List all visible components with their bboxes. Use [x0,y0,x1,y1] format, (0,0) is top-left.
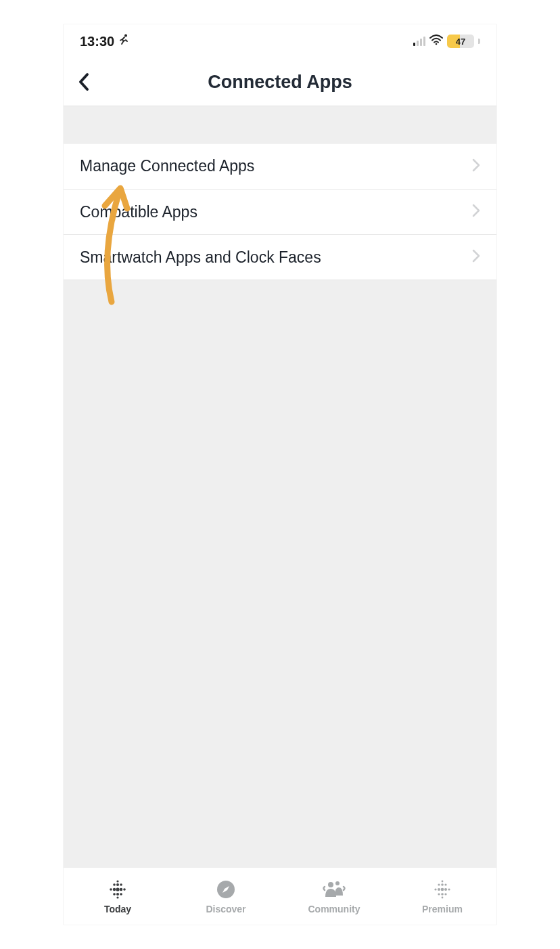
chevron-right-icon [472,204,480,220]
tab-label: Premium [422,904,463,914]
tab-label: Discover [206,904,246,914]
tab-premium[interactable]: Premium [388,868,496,925]
svg-point-25 [444,888,447,891]
list-item-label: Smartwatch Apps and Clock Faces [80,248,321,267]
tab-bar: Today Discover [64,867,496,925]
tab-today[interactable]: Today [64,868,172,925]
status-right: 47 [413,35,480,48]
settings-list: Manage Connected Apps Compatible Apps Sm… [64,144,496,280]
svg-point-3 [113,883,116,886]
tab-community[interactable]: Community [280,868,388,925]
svg-point-30 [442,897,444,899]
svg-point-11 [113,893,116,896]
svg-point-21 [444,883,446,885]
list-item-compatible-apps[interactable]: Compatible Apps [64,189,496,234]
status-time: 13:30 [80,34,114,49]
svg-point-17 [335,881,340,885]
tab-label: Community [308,904,360,914]
section-gap [64,106,496,144]
svg-point-28 [441,893,444,896]
svg-point-12 [116,893,119,896]
svg-point-7 [113,888,116,891]
svg-point-8 [116,887,119,891]
chevron-right-icon [472,158,480,175]
status-bar: 13:30 47 [64,24,496,58]
tab-discover[interactable]: Discover [172,868,280,925]
svg-point-26 [448,888,450,890]
svg-point-5 [120,883,122,886]
fitbit-dots-icon [106,878,129,901]
status-left: 13:30 [80,34,129,49]
svg-point-16 [328,882,333,887]
fitbit-dots-outline-icon [431,878,454,901]
svg-point-22 [434,888,436,890]
svg-point-0 [124,34,127,37]
battery-level: 47 [456,37,465,47]
svg-point-6 [110,888,112,891]
svg-point-2 [116,880,118,882]
nav-header: Connected Apps [64,58,496,106]
svg-point-1 [436,43,438,45]
list-item-label: Manage Connected Apps [80,157,254,175]
back-button[interactable] [70,68,97,95]
list-item-manage-connected-apps[interactable]: Manage Connected Apps [64,144,496,189]
phone-screen: 13:30 47 [64,24,496,925]
tab-label: Today [104,904,131,914]
compass-icon [214,878,237,901]
svg-point-9 [120,888,122,891]
svg-point-19 [438,883,440,885]
running-icon [118,34,129,49]
svg-point-24 [441,888,444,891]
svg-point-4 [116,883,119,886]
wifi-icon [429,35,443,48]
svg-point-10 [123,888,126,891]
svg-point-29 [444,893,446,895]
svg-point-27 [438,893,440,895]
people-icon [323,878,346,901]
chevron-right-icon [472,249,480,265]
svg-point-14 [116,896,118,898]
svg-point-13 [120,893,122,896]
battery-icon: 47 [447,35,474,48]
svg-point-20 [441,883,444,886]
list-item-label: Compatible Apps [80,203,197,221]
page-title: Connected Apps [208,72,352,93]
list-item-smartwatch-apps[interactable]: Smartwatch Apps and Clock Faces [64,234,496,280]
svg-point-18 [442,881,444,883]
chevron-left-icon [78,72,90,91]
svg-point-23 [438,888,440,891]
cellular-signal-icon [413,37,425,46]
empty-content-area [64,280,496,867]
